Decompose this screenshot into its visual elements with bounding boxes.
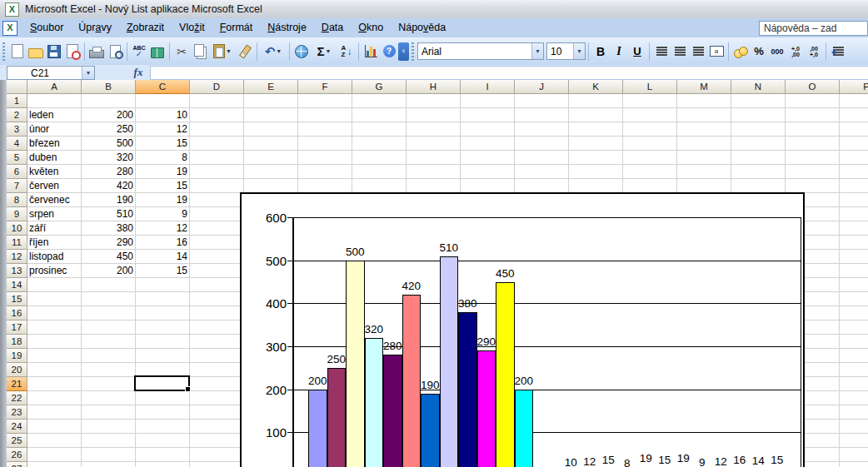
cell-A2[interactable]: leden [29,108,79,122]
chart-bar-červenec-1[interactable] [421,394,440,467]
cell-B3[interactable]: 250 [82,122,133,137]
align-left-icon[interactable] [652,42,671,61]
column-header-B[interactable]: B [82,80,136,94]
permission-icon[interactable] [63,42,82,61]
row-header-17[interactable]: 17 [7,320,27,335]
research-icon[interactable] [148,42,167,61]
menu-item-okno[interactable]: Okno [351,18,391,37]
column-header-A[interactable]: A [27,80,82,94]
cell-C5[interactable]: 8 [136,151,187,165]
column-header-H[interactable]: H [407,80,461,94]
row-header-12[interactable]: 12 [7,250,27,264]
cell-A8[interactable]: červenec [29,193,79,207]
cell-B10[interactable]: 380 [82,221,133,236]
chart-bar-leden-1[interactable] [308,390,327,467]
print-icon[interactable] [87,42,106,61]
column-header-F[interactable]: F [298,80,352,94]
cell-C8[interactable]: 19 [136,193,187,207]
chart-object[interactable]: 0100200300400500600200250500320280420190… [240,192,805,467]
column-header-O[interactable]: O [786,80,840,94]
cell-B8[interactable]: 190 [82,193,133,207]
help-icon[interactable]: ? [380,42,398,61]
cell-A5[interactable]: duben [29,151,79,165]
cell-A11[interactable]: říjen [29,236,79,250]
toolbar-drag-handle[interactable] [2,42,5,61]
menu-item-formát[interactable]: Formát [212,18,261,37]
cell-B9[interactable]: 510 [82,207,133,221]
cell-A3[interactable]: únor [29,122,79,137]
underline-button[interactable]: U [628,42,646,61]
align-right-icon[interactable] [689,42,707,61]
insert-hyperlink-icon[interactable] [292,42,311,61]
cell-A7[interactable]: červen [29,179,79,193]
name-box[interactable]: C21 ▼ [7,66,95,80]
menu-item-vložit[interactable]: Vložit [172,18,212,37]
merge-center-icon[interactable]: a [707,42,726,61]
comma-style-icon[interactable]: 000 [768,42,786,61]
cell-A6[interactable]: květen [29,165,79,179]
row-header-9[interactable]: 9 [7,207,27,221]
fill-handle[interactable] [185,386,191,392]
new-icon[interactable] [8,42,27,61]
cell-B13[interactable]: 200 [82,264,133,278]
paste-icon[interactable]: ▼ [209,42,236,61]
cell-C13[interactable]: 15 [136,264,187,278]
row-header-6[interactable]: 6 [7,165,27,179]
percent-style-icon[interactable]: % [750,42,768,61]
column-header-L[interactable]: L [623,80,677,94]
cell-C12[interactable]: 14 [136,250,187,264]
undo-icon[interactable]: ↶▼ [260,42,287,61]
row-header-22[interactable]: 22 [7,391,27,405]
chart-bar-září-1[interactable] [458,312,477,467]
decrease-indent-icon[interactable] [829,42,847,61]
select-all-corner[interactable] [7,80,27,94]
chart-bar-duben-1[interactable] [365,338,384,467]
row-header-8[interactable]: 8 [7,193,27,207]
save-icon[interactable] [45,42,63,61]
cell-A4[interactable]: březen [29,137,79,151]
name-box-dropdown[interactable]: ▼ [82,67,94,79]
chart-bar-prosinec-1[interactable] [515,390,534,467]
row-header-3[interactable]: 3 [7,122,27,137]
cell-B12[interactable]: 450 [82,250,133,264]
cell-A10[interactable]: září [29,221,79,236]
row-header-18[interactable]: 18 [7,335,27,349]
column-header-D[interactable]: D [190,80,244,94]
align-center-icon[interactable] [671,42,689,61]
chart-bar-únor-1[interactable] [327,368,347,467]
sort-ascending-icon[interactable]: AZ↓ [337,42,356,61]
menu-item-zobrazit[interactable]: Zobrazit [119,18,172,37]
cell-C9[interactable]: 9 [136,207,187,221]
column-header-P[interactable]: P [840,80,868,94]
column-header-J[interactable]: J [515,80,569,94]
column-header-C[interactable]: C [136,80,190,94]
font-size-select[interactable]: 10▼ [546,42,586,60]
chart-wizard-icon[interactable] [362,42,380,61]
increase-decimal-icon[interactable]: +,0,00 [786,42,805,61]
column-header-N[interactable]: N [731,80,786,94]
menu-item-úpravy[interactable]: Úpravy [71,18,119,37]
chart-bar-říjen-1[interactable] [477,350,496,467]
open-icon[interactable] [27,42,45,61]
menu-item-soubor[interactable]: Soubor [22,18,71,37]
column-header-M[interactable]: M [677,80,731,94]
chart-bar-listopad-1[interactable] [496,282,515,467]
format-painter-icon[interactable] [236,42,254,61]
menu-item-nástroje[interactable]: Nástroje [260,18,314,37]
row-header-16[interactable]: 16 [7,306,27,320]
cell-B11[interactable]: 290 [82,236,133,250]
cell-A12[interactable]: listopad [29,250,79,264]
cell-C2[interactable]: 10 [136,108,187,122]
print-preview-icon[interactable] [106,42,124,61]
bold-button[interactable]: B [591,42,610,61]
insert-function-icon[interactable]: fx [130,66,147,78]
currency-icon[interactable] [731,42,750,61]
spelling-icon[interactable]: ABC✓ [130,42,148,61]
active-cell-selection[interactable] [134,375,190,391]
cell-B2[interactable]: 200 [82,108,133,122]
cell-B6[interactable]: 280 [82,165,133,179]
row-header-7[interactable]: 7 [7,179,27,193]
cell-C10[interactable]: 12 [136,221,187,236]
toolbar-options-icon[interactable]: » [398,42,409,61]
column-header-K[interactable]: K [569,80,623,94]
